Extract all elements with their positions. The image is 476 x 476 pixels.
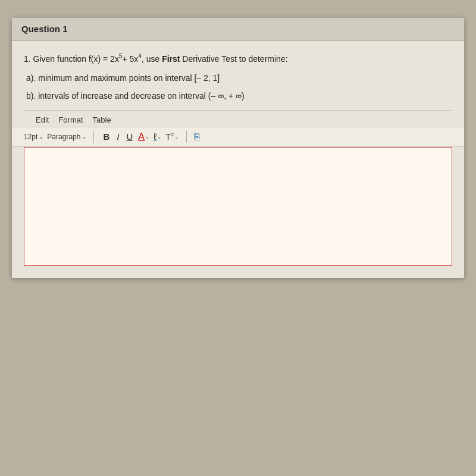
main-text-4: Derivative Test to determine: (180, 54, 287, 64)
question-title: Question 1 (21, 24, 68, 34)
paragraph-chevron: ⌄ (82, 133, 86, 140)
sub-question-b: b). intervals of increase and decrease o… (24, 89, 452, 102)
main-container: Question 1 1. Given function f(x) = 2x5+… (12, 18, 464, 278)
editor-area-wrapper (12, 147, 464, 278)
paragraph-dropdown[interactable]: Paragraph ⌄ (47, 133, 86, 141)
font-color-button: A (138, 131, 145, 142)
insert-table-icon[interactable]: ⎘ (194, 131, 200, 142)
main-text-1: 1. Given function f(x) = 2x (24, 54, 119, 64)
font-size-value: 12pt (24, 133, 37, 141)
editor-toolbar: 12pt ⌄ Paragraph ⌄ B I U A ⌄ ℓ ⌄ T2 ⌄ ⎘ (12, 127, 464, 147)
italic-button[interactable]: I (115, 131, 121, 142)
superscript-chevron: ⌄ (174, 134, 179, 140)
superscript-button: T2 (165, 131, 174, 142)
font-size-chevron: ⌄ (39, 133, 43, 140)
paragraph-label: Paragraph (47, 133, 80, 141)
font-color-dropdown[interactable]: A ⌄ (138, 131, 150, 142)
menu-table[interactable]: Table (93, 115, 111, 124)
highlight-button: ℓ (154, 131, 156, 142)
highlight-dropdown[interactable]: ℓ ⌄ (154, 131, 162, 142)
sub-question-a: a). minimum and maximum points on interv… (24, 71, 452, 84)
underline-button[interactable]: U (124, 131, 134, 142)
question-body: 1. Given function f(x) = 2x5+ 5x4, use F… (12, 41, 464, 127)
highlight-chevron: ⌄ (157, 134, 162, 140)
editor-area[interactable] (24, 147, 452, 266)
toolbar-divider-2 (186, 131, 187, 143)
font-color-chevron: ⌄ (145, 134, 150, 140)
menu-format[interactable]: Format (58, 115, 83, 124)
toolbar-divider-1 (93, 131, 94, 143)
menu-edit[interactable]: Edit (36, 115, 49, 124)
main-text-3: , use (142, 54, 162, 64)
editor-menu: Edit Format Table (24, 110, 452, 127)
question-main-text: 1. Given function f(x) = 2x5+ 5x4, use F… (24, 52, 452, 65)
superscript-dropdown[interactable]: T2 ⌄ (165, 131, 179, 142)
main-text-2: + 5x (122, 54, 138, 64)
question-header: Question 1 (12, 18, 464, 41)
main-bold: First (162, 54, 180, 64)
bold-button[interactable]: B (101, 131, 111, 142)
font-size-dropdown[interactable]: 12pt ⌄ (24, 133, 43, 141)
